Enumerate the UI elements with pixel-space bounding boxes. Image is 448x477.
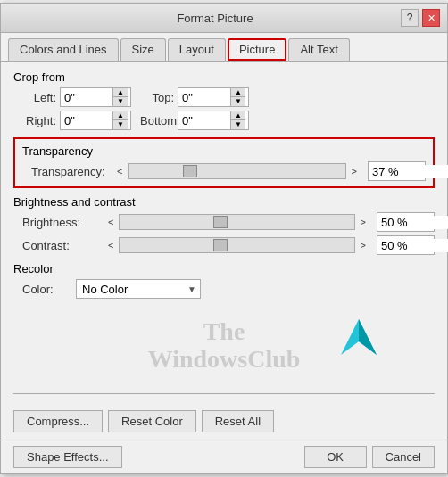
top-field: Top: ▲ ▼ [140,87,249,107]
top-spinner[interactable]: ▲ ▼ [178,87,249,107]
transparency-left-arrow[interactable]: < [115,166,124,177]
transparency-header: Transparency [22,144,426,158]
help-button[interactable]: ? [401,9,419,27]
tab-bar: Colors and Lines Size Layout Picture Alt… [1,33,447,62]
close-button[interactable]: ✕ [422,9,440,27]
action-buttons-row: Compress... Reset Color Reset All [1,410,447,440]
crop-section: Crop from Left: ▲ ▼ Top: [13,70,435,130]
bottom-input[interactable] [178,111,230,129]
bottom-field: Bottom: ▲ ▼ [140,111,249,130]
left-down-btn[interactable]: ▼ [113,97,128,106]
left-spinner-btns: ▲ ▼ [112,88,128,106]
crop-header: Crop from [13,70,435,84]
transparency-value-wrap: ▲ ▼ [368,161,426,181]
bottom-down-btn[interactable]: ▼ [231,120,245,129]
brightness-value-wrap: ▲ ▼ [377,212,435,232]
contrast-right-arrow[interactable]: > [359,240,368,251]
right-field: Right: ▲ ▼ [22,111,131,130]
contrast-left-arrow[interactable]: < [106,240,115,251]
tab-picture[interactable]: Picture [228,38,286,61]
title-controls: ? ✕ [401,9,440,27]
top-down-btn[interactable]: ▼ [231,97,245,106]
brightness-left-arrow[interactable]: < [106,217,115,227]
recolor-section: Recolor Color: No Color ▼ [13,262,435,299]
brightness-fields: Brightness: < > ▲ ▼ [13,212,435,255]
transparency-thumb[interactable] [183,165,197,177]
preview-area: TheWindowsClub [13,306,435,386]
color-dropdown-value: No Color [77,283,184,296]
recolor-header: Recolor [13,262,435,276]
tab-colors-and-lines[interactable]: Colors and Lines [8,38,119,61]
top-label: Top: [140,91,174,104]
right-label: Right: [22,114,56,127]
dialog-title: Format Picture [29,12,401,25]
tab-alt-text[interactable]: Alt Text [288,38,349,61]
crop-fields: Left: ▲ ▼ Top: [13,87,435,130]
brightness-row: Brightness: < > ▲ ▼ [22,212,435,232]
contrast-row: Contrast: < > ▲ ▼ [22,235,435,255]
contrast-slider-track[interactable] [119,237,354,253]
transparency-row: Transparency: < > ▲ ▼ [22,161,426,181]
transparency-slider-track[interactable] [128,163,345,179]
shape-effects-button[interactable]: Shape Effects... [13,446,122,468]
tab-layout[interactable]: Layout [168,38,226,61]
right-spinner-btns: ▲ ▼ [112,111,128,129]
left-input[interactable] [61,88,112,106]
bottom-left: Shape Effects... [13,446,122,468]
bottom-label: Bottom: [140,114,174,127]
transparency-right-arrow[interactable]: > [350,166,359,177]
bottom-right: OK Cancel [304,446,435,468]
top-spinner-btns: ▲ ▼ [230,88,245,106]
ok-button[interactable]: OK [304,446,367,468]
title-bar: Format Picture ? ✕ [1,4,447,33]
color-label: Color: [22,283,67,296]
brightness-section: Brightness and contrast Brightness: < > … [13,195,435,255]
crop-bottom-row: Right: ▲ ▼ Bottom: [22,111,435,130]
left-spinner[interactable]: ▲ ▼ [60,87,131,107]
svg-marker-1 [359,319,377,355]
color-dropdown-arrow-icon: ▼ [184,284,200,294]
contrast-value-input[interactable] [377,239,448,252]
contrast-label: Contrast: [22,239,103,252]
cancel-button[interactable]: Cancel [372,446,435,468]
recolor-color-row: Color: No Color ▼ [13,279,435,299]
preview-text: TheWindowsClub [148,318,301,374]
brightness-header: Brightness and contrast [13,195,435,209]
color-dropdown[interactable]: No Color ▼ [76,279,201,299]
windows-club-icon [336,315,381,359]
brightness-label: Brightness: [22,216,103,229]
bottom-bar: Shape Effects... OK Cancel [1,440,447,473]
bottom-spinner[interactable]: ▲ ▼ [178,111,249,130]
tab-content: Crop from Left: ▲ ▼ Top: [1,62,447,410]
transparency-section: Transparency Transparency: < > ▲ ▼ [13,137,435,188]
transparency-value-input[interactable] [369,165,448,178]
top-input[interactable] [178,88,230,106]
compress-button[interactable]: Compress... [13,410,103,432]
tab-size[interactable]: Size [120,38,166,61]
crop-top-row: Left: ▲ ▼ Top: [22,87,435,107]
brightness-value-input[interactable] [377,216,448,229]
left-field: Left: ▲ ▼ [22,87,131,107]
reset-all-button[interactable]: Reset All [202,410,274,432]
transparency-label: Transparency: [31,165,112,178]
right-up-btn[interactable]: ▲ [113,111,128,120]
contrast-thumb[interactable] [213,239,228,251]
brightness-slider-track[interactable] [119,214,354,230]
right-down-btn[interactable]: ▼ [113,120,128,129]
divider [13,393,435,394]
left-up-btn[interactable]: ▲ [113,88,128,97]
top-up-btn[interactable]: ▲ [231,88,245,97]
bottom-spinner-btns: ▲ ▼ [230,111,245,129]
format-picture-dialog: Format Picture ? ✕ Colors and Lines Size… [0,3,448,474]
left-label: Left: [22,91,56,104]
bottom-up-btn[interactable]: ▲ [231,111,245,120]
brightness-right-arrow[interactable]: > [359,217,368,227]
reset-color-button[interactable]: Reset Color [108,410,196,432]
contrast-value-wrap: ▲ ▼ [377,235,435,255]
preview-text-the: TheWindowsClub [148,318,301,374]
brightness-thumb[interactable] [213,216,228,228]
right-spinner[interactable]: ▲ ▼ [60,111,131,130]
right-input[interactable] [61,111,112,129]
